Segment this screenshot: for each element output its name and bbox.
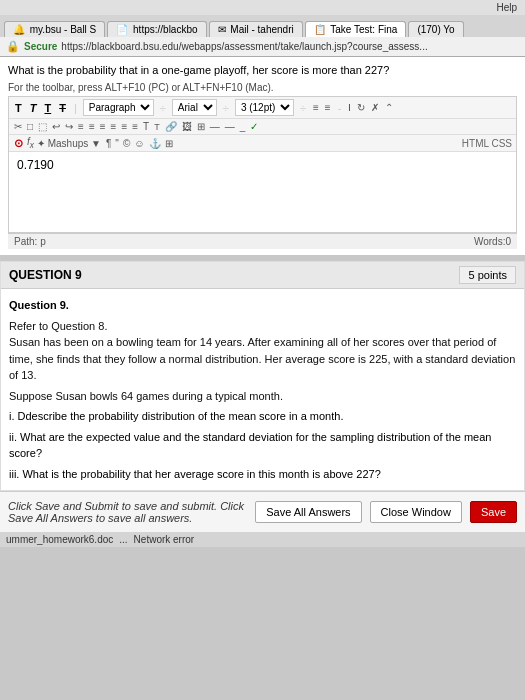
tab-icon-mail: ✉ bbox=[218, 24, 226, 35]
copy-icon[interactable]: □ bbox=[26, 121, 34, 132]
link-icon[interactable]: 🔗 bbox=[164, 121, 178, 132]
save-button[interactable]: Save bbox=[470, 501, 517, 523]
smiley-icon[interactable]: ☺ bbox=[133, 138, 145, 149]
tab-mybsu[interactable]: 🔔 my.bsu - Ball S bbox=[4, 21, 105, 37]
save-bar: Click Save and Submit to save and submit… bbox=[0, 491, 525, 532]
check-icon[interactable]: ✓ bbox=[249, 121, 259, 132]
sep1: | bbox=[74, 102, 77, 114]
doc-name: ummer_homework6.doc bbox=[6, 534, 113, 545]
underline-button[interactable]: T bbox=[42, 101, 53, 115]
close-window-button[interactable]: Close Window bbox=[370, 501, 462, 523]
grid-icon[interactable]: ⊞ bbox=[164, 138, 174, 149]
table-icon[interactable]: ⊞ bbox=[196, 121, 206, 132]
tab-label-mybsu: my.bsu - Ball S bbox=[30, 24, 97, 35]
anchor-icon[interactable]: ⚓ bbox=[148, 138, 162, 149]
tab-icon-mybsu: 🔔 bbox=[13, 24, 25, 35]
align-right-icon[interactable]: ≡ bbox=[99, 121, 107, 132]
italic-button[interactable]: T bbox=[28, 101, 39, 115]
bold-button[interactable]: T bbox=[13, 101, 24, 115]
text-direction-icon[interactable]: ↻ bbox=[356, 102, 366, 113]
tab-taketest[interactable]: 📋 Take Test: Fina bbox=[305, 21, 407, 37]
format-select[interactable]: Paragraph bbox=[83, 99, 154, 116]
hr-icon[interactable]: — bbox=[209, 121, 221, 132]
question9-refer: Refer to Question 8. bbox=[9, 318, 516, 335]
browser-tabs: 🔔 my.bsu - Ball S 📄 https://blackbo ✉ Ma… bbox=[0, 15, 525, 37]
points-badge: 5 points bbox=[459, 266, 516, 284]
expand-icon[interactable]: ⌃ bbox=[384, 102, 394, 113]
undo-icon[interactable]: ↩ bbox=[51, 121, 61, 132]
rich-text-editor: T T T T | Paragraph ÷ Arial ÷ 3 (12pt) ÷… bbox=[8, 96, 517, 233]
quote-left-icon[interactable]: " bbox=[114, 138, 120, 149]
tab-blackboard[interactable]: 📄 https://blackbo bbox=[107, 21, 206, 37]
answer-value: 0.7190 bbox=[17, 158, 54, 172]
secure-label: Secure bbox=[24, 41, 57, 52]
image-icon[interactable]: 🖼 bbox=[181, 121, 193, 132]
toolbar-row1: T T T T | Paragraph ÷ Arial ÷ 3 (12pt) ÷… bbox=[9, 97, 516, 119]
align-justify-icon[interactable]: ≡ bbox=[110, 121, 118, 132]
path-bar: Path: p Words:0 bbox=[8, 233, 517, 249]
url-text[interactable]: https://blackboard.bsu.edu/webapps/asses… bbox=[61, 41, 519, 52]
sep3: ÷ bbox=[223, 102, 229, 114]
align-center-icon[interactable]: ≡ bbox=[88, 121, 96, 132]
save-all-answers-button[interactable]: Save All Answers bbox=[255, 501, 361, 523]
question9-title: Question 9. bbox=[9, 297, 516, 314]
special-char-icon[interactable]: ✗ bbox=[370, 102, 380, 113]
list-unordered-icon[interactable]: ≡ bbox=[324, 102, 332, 113]
html-css-label: HTML CSS bbox=[462, 138, 512, 149]
tab-mail[interactable]: ✉ Mail - tahendri bbox=[209, 21, 303, 37]
sep4: ÷ bbox=[300, 102, 306, 114]
tab-label-youtube: (170) Yo bbox=[417, 24, 454, 35]
copyright-icon[interactable]: © bbox=[122, 138, 131, 149]
indent-left-icon[interactable]: ≡ bbox=[120, 121, 128, 132]
tab-label-mail: Mail - tahendri bbox=[230, 24, 293, 35]
toolbar-hint: For the toolbar, press ALT+F10 (PC) or A… bbox=[8, 82, 517, 93]
window-help-bar: Help bbox=[0, 0, 525, 15]
status-bar: ummer_homework6.doc ... Network error bbox=[0, 532, 525, 547]
toolbar-row2: ✂ □ ⬚ ↩ ↪ ≡ ≡ ≡ ≡ ≡ ≡ T T 🔗 🖼 ⊞ — — _ ✓ bbox=[9, 119, 516, 135]
tab-youtube[interactable]: (170) Yo bbox=[408, 21, 463, 37]
paragraph-icon[interactable]: ¶ bbox=[105, 138, 112, 149]
question9-body: Question 9. Refer to Question 8. Susan h… bbox=[1, 289, 524, 490]
size-select[interactable]: 3 (12pt) bbox=[235, 99, 294, 116]
align-left-icon[interactable]: ≡ bbox=[77, 121, 85, 132]
indent-right-icon[interactable]: ≡ bbox=[131, 121, 139, 132]
underscore-icon[interactable]: _ bbox=[239, 121, 247, 132]
subscript-icon[interactable]: T bbox=[153, 122, 161, 132]
save-bar-text: Click Save and Submit to save and submit… bbox=[8, 500, 247, 524]
question9-sub3: iii. What is the probability that her av… bbox=[9, 466, 516, 483]
paste-icon[interactable]: ⬚ bbox=[37, 121, 48, 132]
tab-label-taketest: Take Test: Fina bbox=[330, 24, 397, 35]
question9-sub1: i. Ddescribe the probability distributio… bbox=[9, 408, 516, 425]
window-help-label: Help bbox=[496, 2, 517, 13]
toolbar-row3: ⊙ fx ✦ Mashups ▼ ¶ " © ☺ ⚓ ⊞ HTML CSS bbox=[9, 135, 516, 152]
ellipsis: ... bbox=[119, 534, 127, 545]
question9-sub2: ii. What are the expected value and the … bbox=[9, 429, 516, 462]
words-label: Words:0 bbox=[474, 236, 511, 247]
question9-label: QUESTION 9 bbox=[9, 268, 82, 282]
list-ordered-icon[interactable]: ≡ bbox=[312, 102, 320, 113]
lock-icon: 🔒 bbox=[6, 40, 20, 53]
strikethrough-button[interactable]: T bbox=[57, 101, 68, 115]
path-label: Path: p bbox=[14, 236, 46, 247]
editor-text-area[interactable]: 0.7190 bbox=[9, 152, 516, 232]
sep2: ÷ bbox=[160, 102, 166, 114]
network-error: Network error bbox=[134, 534, 195, 545]
question-preamble: What is the probability that in a one-ga… bbox=[8, 63, 517, 78]
font-select[interactable]: Arial bbox=[172, 99, 217, 116]
mashups-label[interactable]: ✦ Mashups ▼ bbox=[37, 138, 101, 149]
tab-label-blackboard: https://blackbo bbox=[133, 24, 197, 35]
question9-suppose: Suppose Susan bowls 64 games during a ty… bbox=[9, 388, 516, 405]
minus-icon[interactable]: — bbox=[224, 121, 236, 132]
question9-section: QUESTION 9 5 points Question 9. Refer to… bbox=[0, 261, 525, 491]
tab-icon-taketest: 📋 bbox=[314, 24, 326, 35]
tab-icon-blackboard: 📄 bbox=[116, 24, 128, 35]
function-icon[interactable]: fx bbox=[26, 136, 35, 150]
redo-icon[interactable]: ↪ bbox=[64, 121, 74, 132]
main-content: What is the probability that in a one-ga… bbox=[0, 57, 525, 255]
question9-body-text: Susan has been on a bowling team for 14 … bbox=[9, 334, 516, 384]
indent-icon[interactable]: Ⅰ bbox=[347, 102, 352, 113]
superscript-icon[interactable]: T bbox=[142, 121, 150, 132]
sep5: - bbox=[338, 102, 342, 114]
cut-icon[interactable]: ✂ bbox=[13, 121, 23, 132]
source-icon[interactable]: ⊙ bbox=[13, 137, 24, 150]
